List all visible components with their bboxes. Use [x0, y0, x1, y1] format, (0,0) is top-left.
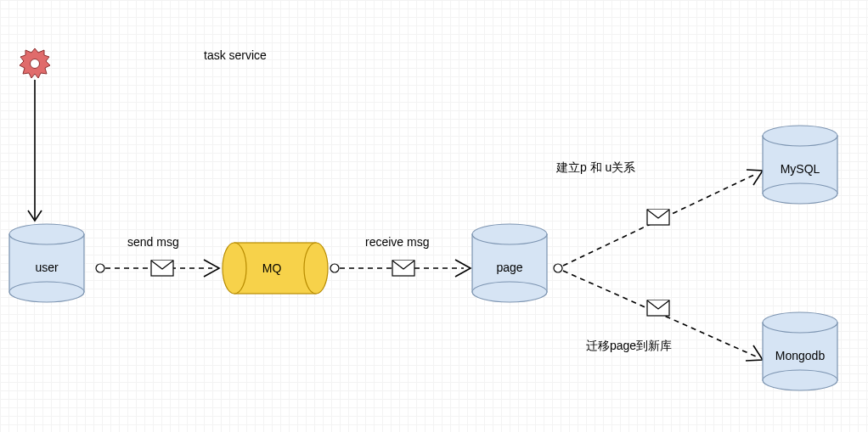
edge-mq-to-page: receive msg: [330, 235, 471, 277]
message-icon: [647, 300, 669, 316]
message-icon: [647, 210, 669, 225]
edge-page-to-mysql: 建立p 和 u关系: [555, 160, 763, 266]
svg-point-26: [763, 312, 837, 333]
svg-point-0: [31, 59, 40, 69]
node-mysql-label: MySQL: [781, 162, 820, 176]
port-icon: [554, 264, 562, 272]
node-mq-label: MQ: [262, 261, 282, 275]
edge-user-to-mq: send msg: [96, 235, 219, 277]
svg-point-25: [763, 370, 837, 390]
svg-point-11: [330, 264, 339, 272]
diagram-title: task service: [204, 48, 267, 62]
diagram-canvas: task service user send msg MQ: [0, 0, 868, 432]
node-mq: MQ: [223, 243, 328, 294]
edge-gear-to-user: [28, 80, 42, 221]
message-icon: [392, 261, 414, 276]
svg-point-10: [223, 243, 246, 294]
edge-mq-to-page-label: receive msg: [365, 235, 429, 249]
svg-point-15: [472, 282, 547, 302]
node-user-label: user: [35, 261, 59, 274]
svg-point-20: [763, 183, 837, 204]
node-mysql: MySQL: [763, 126, 837, 204]
message-icon: [151, 261, 173, 276]
node-mongodb-label: Mongodb: [775, 349, 826, 362]
svg-point-9: [304, 243, 328, 294]
svg-point-16: [472, 224, 547, 244]
edge-page-to-mongodb: 迁移page到新库: [563, 271, 763, 361]
svg-point-5: [96, 264, 104, 272]
node-page-label: page: [496, 261, 522, 274]
node-user: user: [9, 224, 84, 302]
svg-point-4: [9, 224, 84, 244]
edge-user-to-mq-label: send msg: [127, 235, 179, 249]
edge-page-to-mongodb-label: 迁移page到新库: [586, 339, 672, 352]
svg-point-21: [763, 126, 837, 146]
svg-point-3: [9, 282, 84, 302]
gear-icon: [20, 48, 50, 78]
edge-page-to-mysql-label: 建立p 和 u关系: [555, 160, 635, 174]
node-mongodb: Mongodb: [763, 312, 837, 390]
node-page: page: [472, 224, 547, 302]
